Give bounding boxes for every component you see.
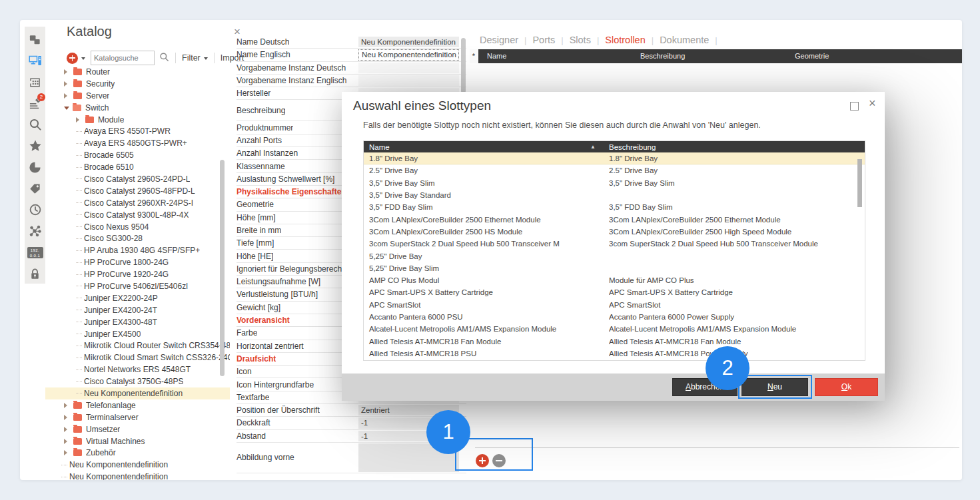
slot-type-row[interactable]: Alcatel-Lucent Metropolis AM1/AMS Expans… (364, 323, 865, 335)
tree-item[interactable]: HP ProCurve 1800-24G (45, 256, 230, 268)
tab-designer[interactable]: Designer (480, 35, 518, 45)
pie-chart-icon[interactable] (25, 156, 45, 178)
tree-item[interactable]: Neu Komponentendefinition (45, 471, 230, 480)
topology-icon[interactable] (25, 220, 45, 242)
add-slot-button[interactable] (476, 454, 489, 467)
tree-item[interactable]: Juniper EX4500 (45, 328, 230, 340)
tree-item[interactable]: Router (45, 66, 230, 78)
ok-button[interactable]: Ok (815, 378, 878, 396)
tree-item[interactable]: Juniper EX4300-48T (45, 316, 230, 328)
sort-ascending-icon[interactable] (590, 144, 609, 150)
tree-item[interactable]: Nortel Networks ERS 4548GT (45, 364, 230, 375)
slot-type-row[interactable]: Allied Telesis AT-MMCR18 Fan ModuleAllie… (364, 335, 865, 347)
expand-arrow-icon[interactable] (64, 439, 70, 444)
sitemap-icon[interactable] (25, 29, 45, 50)
slot-type-row[interactable]: Allied Telesis AT-MMCR18 PSUAllied Teles… (364, 348, 865, 360)
tree-item[interactable]: Cisco Catalyst 3750G-48PS (45, 375, 230, 387)
expand-arrow-icon[interactable] (64, 81, 70, 87)
slot-type-row[interactable]: 3Com LANplex/CoreBuilder 2500 HS Module3… (364, 226, 865, 238)
tree-item[interactable]: Cisco Catalyst 2960S-24PD-L (45, 173, 230, 185)
grid-column-geometrie[interactable]: Geometrie (795, 49, 829, 63)
dialog-table-scrollbar[interactable] (857, 159, 862, 207)
tree-item[interactable]: Virtual Machines (45, 435, 230, 447)
expand-arrow-icon[interactable] (64, 93, 70, 99)
tree-item[interactable]: Cisco Catalyst 2960XR-24PS-I (45, 197, 230, 209)
tab-slots[interactable]: Slots (570, 35, 591, 45)
ip-address-icon[interactable]: 192.0.0.1 (25, 242, 45, 263)
tree-item[interactable]: Brocade 6505 (45, 149, 230, 161)
tree-item[interactable]: Security (45, 78, 230, 90)
modules-icon[interactable] (25, 71, 45, 93)
tree-item[interactable]: HP ProCurve 1920-24G (45, 268, 230, 280)
property-value-cell[interactable]: Neu Komponentendefinition (358, 49, 459, 60)
search-icon[interactable] (25, 114, 45, 135)
grid-column-name[interactable]: Name (487, 49, 506, 63)
slot-type-row[interactable]: APC SmartSlotAPC SmartSlot (364, 299, 865, 311)
property-value-cell[interactable] (358, 63, 459, 73)
property-value-cell[interactable] (358, 75, 459, 86)
slot-type-row[interactable]: 3Com LANplex/CoreBuilder 2500 Ethernet M… (364, 213, 865, 225)
tree-item[interactable]: Cisco Nexus 9504 (45, 221, 230, 233)
tab-ports[interactable]: Ports (532, 35, 555, 45)
tree-item[interactable]: HP Aruba 1930 48G 4SFP/SFP+ (45, 244, 230, 256)
tools-icon[interactable]: 2 (25, 93, 45, 114)
tab-slotrollen[interactable]: Slotrollen (605, 35, 645, 45)
tree-item[interactable]: Neu Komponentendefinition (45, 459, 230, 471)
tab-dokumente[interactable]: Dokumente (660, 35, 709, 45)
close-dialog-icon[interactable]: × (869, 97, 876, 111)
tree-item[interactable]: Server (45, 90, 230, 102)
lock-icon[interactable] (25, 263, 45, 284)
tree-item[interactable]: Mikrotik Cloud Router Switch CRS354-48P-… (45, 340, 230, 352)
maximize-icon[interactable] (850, 102, 859, 111)
tree-item[interactable]: Cisco Catalyst 9300L-48P-4X (45, 209, 230, 221)
slot-type-row[interactable]: 3,5" Drive Bay Slim3,5" Drive Bay Slim (364, 177, 865, 189)
search-icon[interactable] (159, 52, 169, 65)
expand-arrow-icon[interactable] (64, 415, 70, 420)
tree-item[interactable]: Zubehör (45, 447, 230, 459)
devices-icon[interactable] (25, 50, 45, 71)
catalog-search-input[interactable] (91, 51, 155, 65)
tree-item[interactable]: HP ProCurve 5406zl/E5406zl (45, 280, 230, 292)
tree-item[interactable]: Avaya ERS 4550T-PWR (45, 125, 230, 137)
slot-type-row[interactable]: 5,25" Drive Bay (364, 250, 865, 262)
slot-type-row[interactable]: APC Smart-UPS X Battery CartridgeAPC Sma… (364, 286, 865, 298)
slot-type-row[interactable]: 1.8" Drive Bay1.8" Drive Bay (364, 152, 865, 164)
column-header-beschreibung[interactable]: Beschreibung (609, 143, 865, 151)
filter-button[interactable]: Filter (182, 53, 201, 63)
tree-item[interactable]: Terminalserver (45, 411, 230, 423)
tree-item[interactable]: Cisco SG300-28 (45, 232, 230, 244)
properties-scrollbar[interactable] (461, 38, 466, 93)
tree-item[interactable]: Module (45, 114, 230, 126)
history-clock-icon[interactable] (25, 199, 45, 220)
add-catalog-item-button[interactable] (67, 53, 78, 64)
slot-type-row[interactable]: Accanto Pantera 6000 PSUAccanto Pantera … (364, 311, 865, 323)
slot-type-row[interactable]: 5,25" Drive Bay Slim (364, 262, 865, 274)
tag-icon[interactable] (25, 178, 45, 199)
tree-item[interactable]: Umsetzer (45, 423, 230, 435)
tree-item[interactable]: Switch (45, 102, 230, 114)
expand-arrow-icon[interactable] (64, 427, 70, 432)
tree-item[interactable]: Mikrotik Cloud Smart Switch CSS326-24G-2 (45, 352, 230, 364)
slot-type-row[interactable]: AMP CO Plus ModulModule für AMP CO Plus (364, 274, 865, 286)
favorites-star-icon[interactable] (25, 135, 45, 156)
slot-type-row[interactable]: 3,5" FDD Bay Slim3,5" FDD Bay Slim (364, 201, 865, 213)
tree-item[interactable]: Neu Komponentendefinition (45, 387, 230, 399)
tree-item[interactable]: Juniper EX2200-24P (45, 292, 230, 304)
slot-type-row[interactable]: 3,5" Drive Bay Standard (364, 189, 865, 201)
add-dropdown-caret-icon[interactable] (81, 57, 85, 62)
remove-slot-button[interactable] (492, 454, 506, 467)
filter-caret-icon[interactable] (204, 57, 208, 62)
expand-arrow-icon[interactable] (64, 403, 70, 408)
expand-arrow-icon[interactable] (64, 450, 70, 455)
catalog-tree-scrollbar[interactable] (220, 160, 225, 376)
expand-arrow-icon[interactable] (64, 107, 69, 113)
expand-arrow-icon[interactable] (64, 69, 70, 75)
tree-item[interactable]: Telefonanlage (45, 399, 230, 411)
property-value-cell[interactable]: Neu Komponentendefinition (358, 37, 459, 47)
slot-type-row[interactable]: 2.5" Drive Bay2.5" Drive Bay (364, 164, 865, 176)
tree-item[interactable]: Brocade 6510 (45, 161, 230, 173)
column-header-name[interactable]: Name (364, 143, 590, 151)
grid-column-beschreibung[interactable]: Beschreibung (640, 49, 685, 63)
tree-item[interactable]: Cisco Catalyst 2960S-48FPD-L (45, 185, 230, 197)
expand-arrow-icon[interactable] (76, 117, 82, 123)
